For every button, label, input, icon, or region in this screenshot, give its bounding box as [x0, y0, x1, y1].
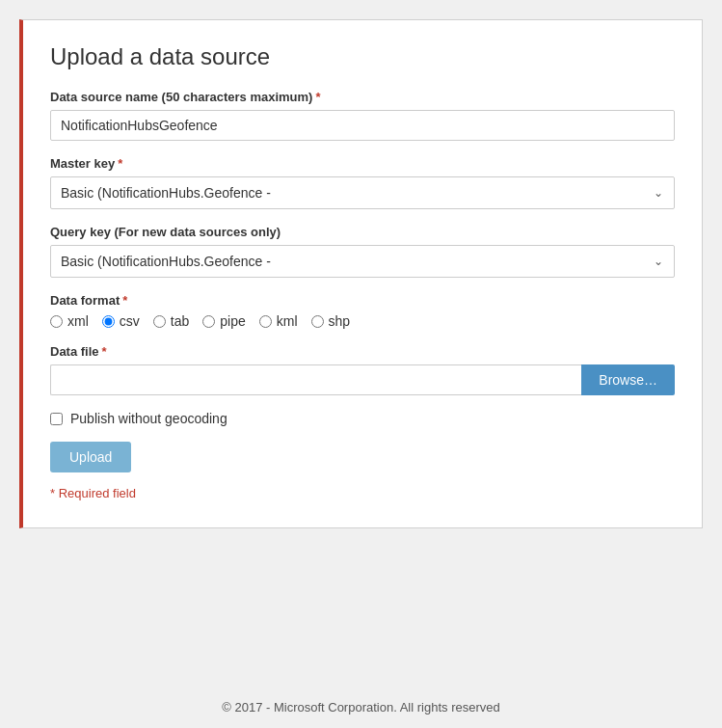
- master-key-select[interactable]: Basic (NotificationHubs.Geofence -: [50, 176, 675, 209]
- required-star-format: *: [122, 293, 127, 308]
- browse-button[interactable]: Browse…: [581, 364, 675, 395]
- upload-button[interactable]: Upload: [50, 442, 131, 472]
- publish-geocoding-row: Publish without geocoding: [50, 411, 675, 426]
- data-file-input[interactable]: [50, 364, 581, 395]
- radio-option-pipe[interactable]: pipe: [202, 313, 245, 329]
- query-key-label: Query key (For new data sources only): [50, 225, 675, 239]
- datasource-name-group: Data source name (50 characters maximum)…: [50, 90, 675, 141]
- radio-option-kml[interactable]: kml: [259, 313, 298, 329]
- required-star-master: *: [118, 156, 122, 171]
- datasource-name-input[interactable]: NotificationHubsGeofence: [50, 110, 675, 141]
- radio-kml[interactable]: [259, 315, 272, 328]
- data-file-label: Data file*: [50, 344, 675, 359]
- radio-option-tab[interactable]: tab: [153, 313, 189, 329]
- radio-option-xml[interactable]: xml: [50, 313, 89, 329]
- publish-geocoding-label[interactable]: Publish without geocoding: [70, 411, 227, 426]
- data-format-radio-group: xml csv tab pipe kml shp: [50, 313, 675, 329]
- footer-text: © 2017 - Microsoft Corporation. All righ…: [222, 700, 499, 715]
- page-title: Upload a data source: [50, 43, 675, 70]
- radio-pipe[interactable]: [202, 315, 215, 328]
- upload-form-card: Upload a data source Data source name (5…: [19, 19, 703, 528]
- master-key-group: Master key* Basic (NotificationHubs.Geof…: [50, 156, 675, 209]
- data-file-group: Data file* Browse…: [50, 344, 675, 395]
- footer: © 2017 - Microsoft Corporation. All righ…: [0, 687, 722, 728]
- query-key-select[interactable]: Basic (NotificationHubs.Geofence -: [50, 245, 675, 278]
- file-input-row: Browse…: [50, 364, 675, 395]
- required-star-name: *: [315, 90, 320, 104]
- query-key-select-wrapper: Basic (NotificationHubs.Geofence - ⌄: [50, 245, 675, 278]
- radio-xml[interactable]: [50, 315, 63, 328]
- required-field-text: Required field: [55, 486, 136, 500]
- required-star-file: *: [102, 344, 107, 359]
- query-key-group: Query key (For new data sources only) Ba…: [50, 225, 675, 278]
- datasource-name-label: Data source name (50 characters maximum)…: [50, 90, 675, 104]
- required-field-note: * Required field: [50, 486, 675, 500]
- master-key-label: Master key*: [50, 156, 675, 171]
- radio-shp[interactable]: [311, 315, 324, 328]
- radio-option-csv[interactable]: csv: [102, 313, 140, 329]
- radio-tab[interactable]: [153, 315, 166, 328]
- data-format-label: Data format*: [50, 293, 675, 308]
- radio-option-shp[interactable]: shp: [311, 313, 351, 329]
- master-key-select-wrapper: Basic (NotificationHubs.Geofence - ⌄: [50, 176, 675, 209]
- radio-csv[interactable]: [102, 315, 115, 328]
- data-format-group: Data format* xml csv tab pipe kml: [50, 293, 675, 329]
- publish-geocoding-checkbox[interactable]: [50, 413, 63, 425]
